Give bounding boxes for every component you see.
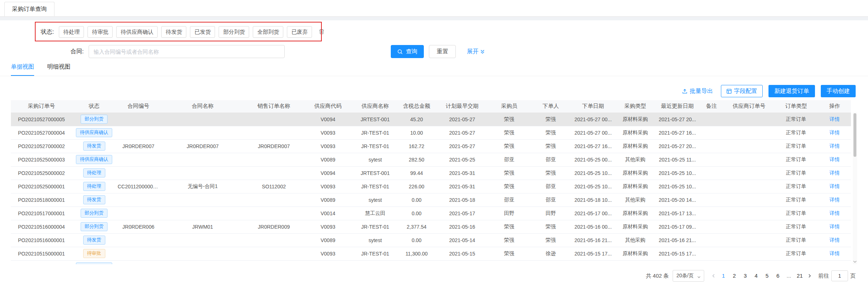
orders-table: 采购订单号状态合同编号合同名称销售订单名称供应商代码供应商名称含税总金额计划最早…: [11, 100, 851, 264]
page-number-5[interactable]: 5: [762, 270, 772, 281]
search-button[interactable]: 查询: [391, 45, 424, 58]
page-numbers: 123456...21: [718, 270, 805, 281]
cell-remark: [699, 126, 724, 139]
page-number-3[interactable]: 3: [740, 270, 750, 281]
cell-earliest_delivery: 2021-05-27: [436, 113, 488, 126]
contract-input[interactable]: [89, 45, 285, 58]
cell-purchase_type: 原材料采购: [615, 180, 656, 193]
chevron-down-icon[interactable]: [853, 259, 857, 264]
scrollbar-thumb[interactable]: [853, 113, 856, 157]
table-row[interactable]: PO20210515000001待审批V0093JR-TEST-0111,300…: [11, 247, 851, 260]
tab-document-view[interactable]: 单据视图: [11, 63, 34, 76]
column-header: 供应商名称: [353, 100, 397, 113]
detail-link[interactable]: 详情: [830, 237, 840, 243]
cell-supplier_order_no: [724, 166, 774, 180]
page-number-21[interactable]: 21: [795, 270, 805, 281]
status-filter-option[interactable]: 待供应商确认: [116, 26, 158, 38]
grid-icon: [726, 89, 732, 94]
status-filter-option[interactable]: 全部到货: [253, 26, 283, 38]
detail-link[interactable]: 详情: [830, 183, 840, 189]
filter-actions: 查询 重置 展开: [391, 45, 487, 58]
page-number-2[interactable]: 2: [729, 270, 739, 281]
batch-export-button[interactable]: 批量导出: [680, 87, 715, 95]
status-filter-option[interactable]: 已废弃: [287, 26, 312, 38]
status-filter-option[interactable]: 已发货: [190, 26, 215, 38]
cell-updated: 2021-05-25 10...: [656, 180, 699, 193]
cell-supplier_name: CYS: [353, 260, 397, 264]
cell-remark: [699, 233, 724, 247]
cell-remark: [699, 220, 724, 233]
table-row[interactable]: PO20210527000005部分到货V0094JRTEST-00145.20…: [11, 113, 851, 126]
cell-amount: 0.00: [397, 233, 436, 247]
cell-sales_order: [245, 153, 303, 166]
detail-link[interactable]: 详情: [830, 143, 840, 149]
page-tab[interactable]: 采购订单查询: [4, 2, 54, 16]
detail-link[interactable]: 详情: [830, 116, 840, 122]
cell-earliest_delivery: 2021-05-14: [436, 233, 488, 247]
page-number-6[interactable]: 6: [773, 270, 783, 281]
cell-updated: 2021-05-27 20...: [656, 139, 699, 153]
cell-supplier_name: sytest: [353, 193, 397, 207]
status-filter-option[interactable]: 待审批: [88, 26, 113, 38]
detail-link[interactable]: 详情: [830, 264, 840, 265]
cell-contract_name: JR0RDER007: [161, 139, 245, 153]
cell-supplier_code: V0093: [303, 247, 353, 260]
manual-create-button[interactable]: 手动创建: [821, 85, 856, 97]
next-page-button[interactable]: [805, 273, 814, 279]
contract-label: 合同:: [70, 48, 84, 56]
detail-link[interactable]: 详情: [830, 156, 840, 162]
prev-page-button[interactable]: [709, 273, 718, 279]
cell-sales_order: [245, 260, 303, 264]
status-filter-option[interactable]: 部分到货: [219, 26, 249, 38]
cell-purchase_type: 原材料采购: [615, 220, 656, 233]
goto-page-input[interactable]: [831, 270, 848, 281]
detail-link[interactable]: 详情: [830, 250, 840, 256]
table-row[interactable]: PO20210516000001待发货V0089sytest0.002021-0…: [11, 233, 851, 247]
cell-supplier_code: V0014: [303, 207, 353, 220]
column-header: 供应商代码: [303, 100, 353, 113]
column-header: 合同名称: [161, 100, 245, 113]
cell-orderer: 荣强: [530, 139, 572, 153]
cell-sales_order: [245, 247, 303, 260]
table-row[interactable]: PO20210517000001部分到货V0014慧工云田0.002021-05…: [11, 207, 851, 220]
field-config-button[interactable]: 字段配置: [721, 85, 763, 97]
cell-updated: 2021-05-27 16...: [656, 126, 699, 139]
page-size-select[interactable]: 20条/页: [673, 270, 704, 282]
status-badge: 待发货: [83, 142, 105, 151]
cell-status: 待供应商确认: [72, 126, 116, 139]
cell-updated: 2021-05-20 14...: [656, 193, 699, 207]
tab-detail-view[interactable]: 明细视图: [47, 63, 70, 76]
cell-po: PO20210513000004: [11, 260, 72, 264]
detail-link[interactable]: 详情: [830, 130, 840, 135]
table-row[interactable]: PO20210527000004待供应商确认V0093JR-TEST-0110.…: [11, 126, 851, 139]
detail-link[interactable]: 详情: [830, 224, 840, 229]
cell-buyer: 荣强: [488, 139, 530, 153]
status-filter-option[interactable]: 待处理: [59, 26, 84, 38]
table-row[interactable]: PO20210516000004部分到货JR0RDER006JRWM01JR0R…: [11, 220, 851, 233]
cell-sales_order: [245, 193, 303, 207]
page-number-1[interactable]: 1: [718, 270, 729, 281]
detail-link[interactable]: 详情: [830, 210, 840, 216]
page-number-4[interactable]: 4: [751, 270, 761, 281]
detail-link[interactable]: 详情: [830, 197, 840, 203]
cell-amount: 0.00: [397, 207, 436, 220]
table-row[interactable]: PO20210525000002待处理V0094JRTEST-00199.442…: [11, 166, 851, 180]
detail-link[interactable]: 详情: [830, 170, 840, 176]
vertical-scrollbar[interactable]: [853, 113, 857, 264]
expand-filters-button[interactable]: 展开: [465, 48, 487, 56]
cell-buyer: 荣强: [488, 233, 530, 247]
table-row[interactable]: PO20210518000001待发货V0089sytest0.002021-0…: [11, 193, 851, 207]
cell-buyer: 荣强: [488, 180, 530, 193]
clear-status-button[interactable]: [316, 26, 327, 38]
new-return-order-button[interactable]: 新建退货订单: [768, 85, 815, 97]
status-filter-option[interactable]: 待发货: [161, 26, 186, 38]
cell-purchase_type: 原材料采购: [615, 113, 656, 126]
reset-button[interactable]: 重置: [429, 45, 456, 58]
cell-contract_no: [116, 126, 161, 139]
cell-earliest_delivery: 2021-05-31: [436, 180, 488, 193]
cell-contract_no: [116, 166, 161, 180]
table-row[interactable]: PO20210525000001待处理CC201120000000...无编号-…: [11, 180, 851, 193]
table-row[interactable]: PO20210513000004待供应商确认V0009CYS1,200.5020…: [11, 260, 851, 264]
table-row[interactable]: PO20210525000003待供应商确认V0089sytest282.502…: [11, 153, 851, 166]
table-row[interactable]: PO20210527000002待发货JR0RDER007JR0RDER007J…: [11, 139, 851, 153]
